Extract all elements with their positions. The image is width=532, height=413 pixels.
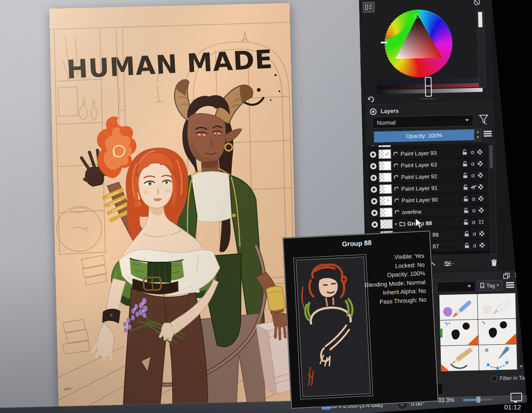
tooltip-properties: Visible: Yes Locked: No Opacity: 100% Bl… xyxy=(363,251,427,307)
alpha-locked-icon[interactable]: α xyxy=(471,184,475,190)
lock-icon[interactable] xyxy=(463,196,469,202)
screen-photo: HUMAN MADE xyxy=(0,0,532,413)
layer-thumbnail xyxy=(378,149,391,159)
docker-splitter[interactable]: •••••• xyxy=(421,96,435,101)
layer-type-icon xyxy=(394,175,399,180)
tooltip-title: Group 88 xyxy=(284,236,430,250)
folder-icon xyxy=(399,221,405,226)
lock-icon[interactable] xyxy=(463,219,469,225)
tooltip-thumbnail xyxy=(293,254,373,400)
close-icon[interactable]: ✕ xyxy=(514,272,520,278)
visibility-eye-icon[interactable] xyxy=(372,221,378,228)
layer-thumbnail xyxy=(379,172,391,182)
visibility-eye-icon[interactable] xyxy=(370,175,377,181)
inherit-alpha-icon[interactable] xyxy=(479,243,484,248)
inherit-alpha-icon[interactable] xyxy=(478,161,483,166)
layer-thumbnail xyxy=(380,219,393,229)
alpha-icon[interactable]: α xyxy=(470,143,474,144)
layers-panel-title: Layers xyxy=(381,108,399,114)
poster-lighting xyxy=(49,3,299,411)
inherit-alpha-icon[interactable] xyxy=(477,149,482,154)
alpha-icon[interactable]: α xyxy=(472,207,476,214)
pass-through-icon[interactable] xyxy=(479,220,484,224)
layer-type-icon xyxy=(393,151,398,156)
delete-layer-trash-icon[interactable] xyxy=(491,258,498,268)
bar-slider-handle[interactable] xyxy=(425,77,432,97)
preset-scroll-down-button[interactable]: ▼ xyxy=(518,364,524,369)
alpha-icon[interactable]: α xyxy=(471,172,475,179)
layer-type-icon xyxy=(394,163,399,168)
alpha-icon[interactable]: α xyxy=(472,195,475,202)
mouse-cursor xyxy=(415,218,425,230)
lock-icon[interactable] xyxy=(463,172,468,178)
brush-preset-bezier-pen[interactable] xyxy=(479,344,517,370)
inherit-alpha-icon[interactable] xyxy=(478,173,483,178)
layer-type-icon xyxy=(395,210,399,215)
preset-dropdown-caret xyxy=(467,285,471,287)
brush-preset-ink-tagged[interactable] xyxy=(440,320,478,346)
lock-icon[interactable] xyxy=(464,207,469,213)
layers-menu-icon[interactable] xyxy=(483,131,492,137)
display-mode-icon[interactable] xyxy=(518,280,525,287)
presets-menu-icon[interactable] xyxy=(506,282,514,288)
layer-thumbnail xyxy=(380,196,392,206)
canvas-only-mode-icon[interactable] xyxy=(510,393,522,402)
lock-icon[interactable] xyxy=(464,231,470,237)
opacity-spinner[interactable]: ▲▼ xyxy=(474,129,482,141)
brush-preset-paintbrush-white[interactable] xyxy=(478,293,516,319)
inherit-alpha-icon[interactable] xyxy=(479,208,483,213)
float-icon[interactable] xyxy=(503,272,510,279)
recording-clock: 01:12 xyxy=(504,403,521,411)
layer-thumbnail xyxy=(379,161,391,171)
layer-thumbnail xyxy=(380,207,392,217)
canvas-artwork[interactable]: HUMAN MADE xyxy=(49,3,299,411)
visibility-eye-icon[interactable] xyxy=(371,186,377,193)
alpha-icon[interactable]: α xyxy=(471,160,474,167)
tag-selector[interactable]: Tag ▾ xyxy=(477,280,503,291)
hue-indicator xyxy=(381,42,387,44)
layer-properties-icon[interactable] xyxy=(443,259,454,268)
group-expand-chevron[interactable]: ▾ xyxy=(395,222,397,226)
brush-preset-paintbrush-purple[interactable] xyxy=(439,294,478,320)
layer-type-icon xyxy=(394,186,399,191)
layers-lock-icon[interactable] xyxy=(370,108,377,115)
alpha-icon[interactable]: α xyxy=(472,219,475,225)
alpha-icon[interactable]: α xyxy=(471,149,474,155)
brush-preset-grid xyxy=(439,293,518,372)
lock-icon[interactable] xyxy=(465,242,470,248)
visibility-eye-icon[interactable] xyxy=(371,198,377,204)
inherit-alpha-icon[interactable] xyxy=(479,196,483,201)
selector-settings-button[interactable] xyxy=(363,2,375,13)
lock-icon[interactable] xyxy=(462,149,468,155)
brush-preset-ink[interactable] xyxy=(478,319,516,345)
visibility-eye-icon[interactable] xyxy=(370,151,376,158)
krita-window: HUMAN MADE xyxy=(0,0,532,413)
no-color-icon[interactable] xyxy=(473,0,480,6)
inherit-alpha-icon[interactable] xyxy=(478,185,483,189)
alpha-icon[interactable]: α xyxy=(473,242,476,249)
filter-in-tag-label: Filter in Tag xyxy=(500,374,528,381)
filter-in-tag-checkbox[interactable] xyxy=(491,375,497,381)
refresh-icon[interactable] xyxy=(367,95,375,103)
bookmark-icon xyxy=(480,283,484,289)
inherit-alpha-icon[interactable] xyxy=(479,231,484,236)
lock-icon[interactable] xyxy=(462,161,468,167)
zoom-level[interactable]: 33.3% xyxy=(438,396,454,404)
layer-tooltip: Group 88 xyxy=(283,231,438,409)
blend-dropdown-caret xyxy=(466,119,469,121)
blend-mode-dropdown[interactable]: Normal xyxy=(372,114,474,128)
visibility-eye-icon[interactable] xyxy=(371,210,377,216)
opacity-slider[interactable]: Opacity: 100% xyxy=(373,129,475,143)
filter-icon[interactable] xyxy=(479,114,489,125)
brush-preset-pencil[interactable] xyxy=(440,345,479,371)
visibility-eye-icon[interactable] xyxy=(370,163,377,169)
layer-type-icon xyxy=(395,198,399,203)
lock-icon[interactable] xyxy=(463,184,468,190)
layer-thumbnail xyxy=(379,184,392,194)
alpha-icon[interactable]: α xyxy=(473,230,476,237)
